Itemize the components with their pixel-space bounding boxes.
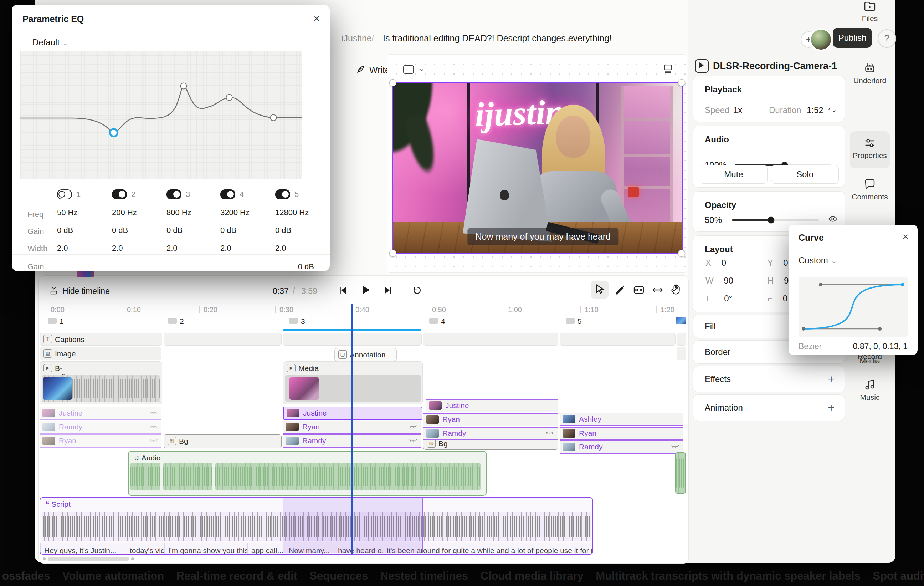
timeline-clip[interactable] (560, 333, 675, 346)
resize-handle[interactable] (389, 250, 396, 257)
playhead[interactable] (351, 304, 353, 554)
scene-thumbnail[interactable] (676, 317, 686, 324)
layout-field[interactable]: X 0 (706, 258, 726, 268)
band-freq-value[interactable]: 200 Hz (112, 208, 165, 217)
timeline-media-clip[interactable]: ▶B-roll (40, 361, 162, 404)
timeline-scrollbar[interactable] (48, 557, 129, 561)
timeline-clip[interactable] (677, 333, 686, 346)
band-toggle[interactable] (112, 189, 127, 199)
duration-value[interactable]: 1:52 (807, 105, 823, 115)
band-gain-value[interactable]: 0 dB (112, 226, 165, 235)
timeline-clip[interactable] (163, 333, 282, 346)
skip-back-icon[interactable] (338, 285, 348, 296)
speaker-track-clip[interactable]: Ryan (40, 434, 162, 448)
hide-timeline-icon[interactable] (49, 286, 59, 296)
add-animation-button[interactable]: + (828, 401, 835, 414)
eq-band-point[interactable] (109, 128, 118, 137)
loop-icon[interactable] (827, 106, 837, 114)
band-toggle[interactable] (220, 189, 235, 199)
help-button[interactable]: ? (878, 29, 896, 48)
canvas[interactable]: ⌄ ijustine (387, 54, 687, 273)
speaker-track-clip[interactable]: Ryan (423, 413, 558, 426)
timeline-clip[interactable] (677, 347, 686, 360)
chevron-down-icon[interactable]: ⌄ (565, 34, 571, 43)
avatar[interactable] (810, 28, 832, 51)
opacity-value[interactable]: 50% (705, 215, 722, 225)
shape-tool-icon[interactable] (403, 65, 414, 74)
breadcrumb-title[interactable]: Is traditional editing DEAD?! Descript c… (383, 33, 612, 43)
band-freq-value[interactable]: 800 Hz (167, 208, 220, 217)
animation-card[interactable]: Animation + (693, 394, 845, 421)
mute-button[interactable]: Mute (700, 165, 767, 184)
speaker-track-clip[interactable]: Ramdy (423, 427, 558, 440)
band-gain-value[interactable]: 0 dB (220, 226, 274, 235)
eq-band-point[interactable] (270, 114, 277, 121)
opacity-slider[interactable] (732, 219, 819, 221)
close-icon[interactable]: × (314, 13, 320, 25)
band-gain-value[interactable]: 0 dB (57, 226, 111, 235)
band-freq-value[interactable]: 12800 Hz (275, 208, 329, 217)
layout-view-icon[interactable] (663, 63, 673, 74)
breadcrumb-project[interactable]: iJustine (342, 33, 372, 43)
timeline-clip[interactable]: ▨ Bg (163, 434, 282, 448)
audio-clip[interactable] (215, 463, 480, 490)
band-freq-value[interactable]: 50 Hz (57, 208, 111, 217)
bezier-value[interactable]: 0.87, 0, 0.13, 1 (853, 342, 908, 351)
eq-band-point[interactable] (180, 83, 187, 89)
transcript-segment[interactable]: today's vid... (126, 543, 165, 555)
band-width-value[interactable]: 2.0 (112, 243, 165, 253)
effects-card[interactable]: Effects + (693, 366, 845, 392)
audio-track-group[interactable]: ♫Audio (128, 451, 487, 496)
select-tool-icon[interactable] (594, 283, 606, 295)
bezier-graph[interactable] (799, 277, 908, 337)
band-width-value[interactable]: 2.0 (220, 243, 274, 253)
eye-closed-icon[interactable] (149, 411, 158, 415)
audio-clip[interactable] (130, 463, 160, 490)
sidebar-item-comments[interactable]: Comments (844, 178, 896, 201)
band-freq-value[interactable]: 3200 Hz (220, 208, 274, 217)
play-button[interactable] (360, 284, 371, 296)
document-media-thumbnail[interactable] (77, 270, 94, 278)
speaker-track-clip[interactable]: Ashley (560, 413, 683, 426)
resize-handle[interactable] (678, 250, 685, 257)
eq-preset-dropdown[interactable]: Default⌄ (33, 38, 68, 48)
curve-preset-dropdown[interactable]: Custom⌄ (799, 255, 837, 265)
timeline-clip[interactable]: T Captions (40, 333, 162, 346)
audio-clip[interactable] (163, 463, 213, 490)
add-effect-button[interactable]: + (828, 373, 835, 386)
sidebar-item-files[interactable]: Files (844, 0, 896, 23)
band-width-value[interactable]: 2.0 (167, 243, 220, 253)
video-frame[interactable]: ijustine Now many of you may have heard (392, 82, 683, 254)
speed-value[interactable]: 1x (733, 105, 742, 115)
speaker-track-clip[interactable]: Ramdy (40, 420, 162, 434)
eye-closed-icon[interactable] (149, 438, 158, 443)
speaker-track-clip[interactable]: Justine (426, 399, 558, 412)
edit-tool-icon[interactable] (614, 284, 625, 296)
replay-icon[interactable] (412, 285, 422, 296)
sidebar-item-music[interactable]: Music (844, 379, 896, 402)
speaker-track-clip[interactable]: Justine (283, 407, 422, 420)
timeline-clip[interactable] (423, 333, 558, 346)
speaker-track-clip[interactable]: Justine (40, 407, 162, 420)
eye-closed-icon[interactable] (409, 424, 417, 429)
eye-closed-icon[interactable] (149, 424, 158, 429)
band-width-value[interactable]: 2.0 (275, 243, 329, 253)
publish-button[interactable]: Publish (833, 28, 872, 48)
hide-timeline-button[interactable]: Hide timeline (63, 286, 110, 296)
resize-handle[interactable] (678, 79, 685, 86)
band-gain-value[interactable]: 0 dB (275, 226, 329, 235)
band-toggle[interactable] (275, 189, 290, 199)
layout-field[interactable]: Y 0 (767, 258, 788, 268)
master-gain-value[interactable]: 0 dB (298, 262, 314, 271)
eye-closed-icon[interactable] (545, 431, 554, 436)
transcript-segment[interactable]: app call... (248, 543, 285, 555)
eye-closed-icon[interactable] (671, 444, 680, 449)
eye-icon[interactable] (828, 214, 837, 223)
band-gain-value[interactable]: 0 dB (167, 226, 220, 235)
layout-field[interactable]: ∟ 0° (706, 293, 732, 303)
band-toggle[interactable] (167, 189, 182, 199)
band-toggle[interactable] (57, 189, 72, 199)
sidebar-item-properties[interactable]: Properties (844, 137, 896, 160)
hand-tool-icon[interactable] (670, 283, 681, 295)
timeline-media-clip[interactable]: ▶Media (283, 361, 423, 404)
